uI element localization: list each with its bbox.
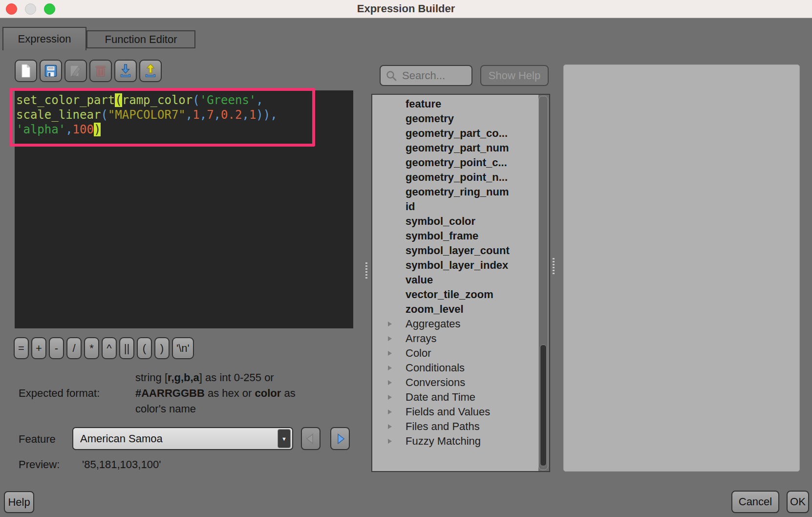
expand-arrow-icon[interactable] (388, 424, 392, 429)
operator-button-1[interactable]: + (31, 337, 46, 359)
operator-button-8[interactable]: ) (154, 337, 170, 359)
expand-arrow-icon[interactable] (388, 439, 392, 444)
operator-buttons: =+-/*^||()'\n' (14, 337, 194, 359)
function-item-feature[interactable]: feature (372, 97, 538, 111)
function-item-symbol-color[interactable]: symbol_color (372, 214, 538, 229)
code-token: ( (192, 93, 199, 107)
function-list-viewport: featuregeometrygeometry_part_co...geomet… (372, 95, 538, 471)
cancel-button[interactable]: Cancel (731, 491, 779, 513)
function-group-conversions[interactable]: Conversions (372, 375, 538, 390)
function-label: feature (406, 98, 441, 110)
next-arrow-icon (333, 431, 347, 446)
titlebar: Expression Builder (0, 0, 812, 18)
function-list-scrollbar[interactable] (538, 96, 548, 470)
function-label: Conversions (406, 376, 465, 388)
tab-expression[interactable]: Expression (2, 27, 86, 50)
function-search-box[interactable] (380, 65, 472, 86)
function-label: geometry_ring_num (406, 186, 509, 198)
expand-arrow-icon[interactable] (388, 322, 392, 326)
function-item-zoom-level[interactable]: zoom_level (372, 302, 538, 317)
code-token: ( (101, 108, 107, 122)
function-item-vector-tile-zoom[interactable]: vector_tile_zoom (372, 287, 538, 302)
expression-toolbar (15, 60, 162, 82)
function-group-fuzzy-matching[interactable]: Fuzzy Matching (372, 434, 538, 449)
function-group-files-and-paths[interactable]: Files and Paths (372, 419, 538, 434)
operator-button-3[interactable]: / (66, 337, 82, 359)
function-label: zoom_level (406, 303, 464, 315)
expected-format-label: Expected format: (19, 387, 100, 400)
function-group-color[interactable]: Color (372, 346, 538, 361)
expand-arrow-icon[interactable] (388, 380, 392, 385)
code-token: 'alpha' (16, 123, 65, 136)
import-expression-button[interactable] (114, 60, 137, 82)
tab-function-editor[interactable]: Function Editor (86, 30, 195, 48)
operator-button-6[interactable]: || (119, 337, 134, 359)
expression-editor[interactable]: set_color_part(ramp_color('Greens',scale… (15, 90, 353, 328)
export-expression-button[interactable] (139, 60, 162, 82)
save-expression-button[interactable] (40, 60, 62, 82)
operator-button-2[interactable]: - (49, 337, 64, 359)
expand-arrow-icon[interactable] (388, 395, 392, 400)
function-item-symbol-layer-count[interactable]: symbol_layer_count (372, 243, 538, 258)
operator-button-4[interactable]: * (84, 337, 99, 359)
preview-value: '85,181,103,100' (82, 458, 161, 471)
function-item-geometry-ring-num[interactable]: geometry_ring_num (372, 185, 538, 199)
function-label: Date and Time (406, 391, 475, 403)
combo-dropdown-arrow-icon[interactable]: ▼ (278, 429, 291, 448)
code-token: ramp_color (122, 93, 193, 107)
operator-button-0[interactable]: = (14, 337, 29, 359)
function-item-symbol-layer-index[interactable]: symbol_layer_index (372, 258, 538, 273)
function-group-fields-and-values[interactable]: Fields and Values (372, 405, 538, 419)
search-input[interactable] (402, 69, 467, 82)
function-item-geometry-part-num[interactable]: geometry_part_num (372, 141, 538, 155)
show-help-button[interactable]: Show Help (480, 65, 549, 86)
code-token: 'Greens' (200, 93, 256, 107)
code-token: scale_linear (16, 108, 101, 122)
function-label: symbol_layer_count (406, 244, 510, 257)
function-group-date-and-time[interactable]: Date and Time (372, 390, 538, 405)
scrollbar-thumb[interactable] (540, 345, 547, 466)
expected-format-text: string [r,g,b,a] as int 0-255 or#AARRGGB… (135, 370, 296, 417)
function-help-panel (563, 65, 800, 472)
function-group-aggregates[interactable]: Aggregates (372, 317, 538, 331)
code-token: 1 (249, 108, 256, 122)
function-group-arrays[interactable]: Arrays (372, 331, 538, 346)
next-feature-button[interactable] (330, 427, 350, 450)
function-item-geometry-point-c[interactable]: geometry_point_c... (372, 155, 538, 170)
function-label: Fuzzy Matching (406, 435, 481, 447)
function-item-geometry-part-co[interactable]: geometry_part_co... (372, 126, 538, 141)
operator-button-7[interactable]: ( (137, 337, 152, 359)
expand-arrow-icon[interactable] (388, 336, 392, 341)
expected-format-line: color's name (135, 401, 296, 417)
function-item-value[interactable]: value (372, 273, 538, 287)
new-expression-button[interactable] (15, 60, 37, 82)
code-token: set_color_part (16, 93, 115, 107)
search-icon (385, 70, 397, 82)
code-token: )) (256, 108, 270, 122)
right-splitter-handle[interactable] (553, 258, 555, 274)
function-item-geometry-point-n[interactable]: geometry_point_n... (372, 170, 538, 185)
function-item-geometry[interactable]: geometry (372, 111, 538, 126)
function-item-id[interactable]: id (372, 199, 538, 214)
function-label: Aggregates (406, 318, 461, 330)
previous-feature-button[interactable] (301, 427, 321, 450)
left-splitter-handle[interactable] (365, 262, 367, 279)
edit-expression-button[interactable] (64, 60, 87, 82)
code-line: 'alpha',100) (16, 122, 352, 137)
ok-button[interactable]: OK (787, 491, 809, 513)
expand-arrow-icon[interactable] (388, 366, 392, 370)
function-label: symbol_frame (406, 230, 478, 242)
function-label: Files and Paths (406, 420, 480, 432)
tab-function-editor-label: Function Editor (105, 33, 177, 46)
function-item-symbol-frame[interactable]: symbol_frame (372, 229, 538, 243)
function-group-conditionals[interactable]: Conditionals (372, 361, 538, 375)
delete-expression-button[interactable] (89, 60, 112, 82)
function-label: vector_tile_zoom (406, 288, 493, 301)
help-button[interactable]: Help (4, 491, 34, 513)
feature-select[interactable]: American Samoa ▼ (72, 427, 293, 450)
operator-button-9[interactable]: '\n' (172, 337, 194, 359)
function-label: geometry_point_n... (406, 171, 508, 183)
expand-arrow-icon[interactable] (388, 351, 392, 356)
expand-arrow-icon[interactable] (388, 409, 392, 414)
operator-button-5[interactable]: ^ (102, 337, 117, 359)
